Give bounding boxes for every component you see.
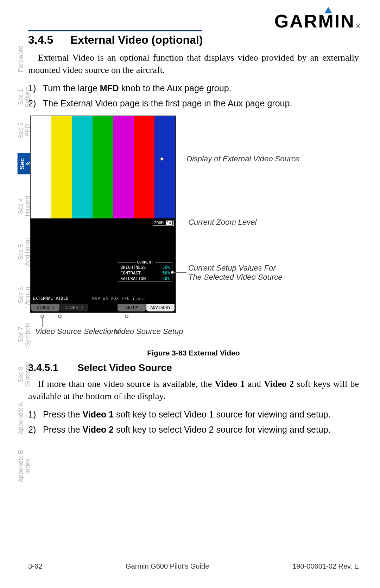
section-title-text: External Video (optional): [70, 33, 203, 46]
subsection-title: Select Video Source: [77, 362, 172, 373]
subsection-number: 3.4.5.1: [28, 362, 77, 373]
screen-page-title: EXTERNAL VIDEO: [33, 296, 68, 301]
subsection-intro: If more than one video source is availab…: [28, 378, 359, 402]
footer-revision: 190-00601-02 Rev. E: [292, 562, 359, 570]
garmin-delta-icon: [324, 7, 332, 13]
saturation-label: SATURATION: [120, 276, 146, 281]
sub-step-1: 1)Press the Video 1 soft key to select V…: [28, 409, 359, 420]
footer-doc-title: Garmin G600 Pilot's Guide: [126, 562, 209, 570]
subsection-heading: 3.4.5.1Select Video Source: [28, 362, 359, 373]
sidebar-appendix-a: Appendix A: [18, 402, 24, 435]
color-bar-magenta: [113, 116, 134, 218]
main-content: 3.4.5External Video (optional) External …: [28, 33, 359, 442]
callout-setup-values: Current Setup Values ForThe Selected Vid…: [188, 264, 282, 282]
callout-dot-icon: [125, 315, 128, 318]
softkey-video2[interactable]: VIDEO 2: [60, 304, 88, 311]
color-bar-blue: [154, 116, 175, 218]
callout-dot-icon: [40, 315, 44, 318]
saturation-value: 50%: [162, 276, 170, 281]
callout-line: [174, 272, 186, 273]
page-footer: 3-62 Garmin G600 Pilot's Guide 190-00601…: [28, 562, 359, 570]
color-bar-red: [134, 116, 155, 218]
garmin-logo: GARMIN ®: [274, 11, 360, 32]
color-bars: [31, 116, 175, 218]
softkey-advisory[interactable]: ADVISORY: [146, 304, 175, 311]
color-bar-white: [31, 116, 51, 218]
callout-line: [164, 159, 185, 159]
sidebar-foreword: Foreword: [18, 46, 24, 72]
current-setup-box: CURRENT BRIGHTNESS50% CONTRAST50% SATURA…: [118, 262, 172, 282]
sidebar-section-tabs: Foreword Sec 1System Sec 2PFD Sec 3MFD S…: [18, 46, 28, 497]
section-heading: 3.4.5External Video (optional): [28, 33, 359, 47]
mfd-screen: ZOOM 1x CURRENT BRIGHTNESS50% CONTRAST50…: [30, 116, 176, 313]
callout-zoom-level: Current Zoom Level: [188, 218, 256, 227]
softkey-setup[interactable]: SETUP: [118, 304, 146, 311]
garmin-trademark-dot: ®: [356, 23, 360, 30]
zoom-label: ZOOM: [154, 221, 164, 225]
step-1: 1)Turn the large MFD knob to the Aux pag…: [28, 83, 359, 93]
footer-page-number: 3-62: [28, 562, 42, 570]
callout-line: [42, 318, 43, 327]
section-intro: External Video is an optional function t…: [28, 51, 359, 76]
softkey-empty: [89, 304, 117, 311]
brightness-value: 50%: [162, 265, 170, 270]
softkey-video1[interactable]: VIDEO 1: [31, 304, 59, 311]
page-group-indicator: MAP WX AUX FPL ▮▯▯▯▯: [92, 296, 146, 301]
sidebar-appendix-b: Appendix BIndex: [18, 449, 31, 483]
zoom-indicator: ZOOM 1x: [153, 220, 174, 226]
callout-dot-icon: [58, 315, 62, 318]
brightness-label: BRIGHTNESS: [120, 265, 146, 270]
section-number: 3.4.5: [28, 33, 70, 47]
callout-line: [127, 318, 127, 327]
garmin-logo-text: GARMIN: [274, 11, 355, 32]
callout-line: [176, 222, 186, 222]
softkey-row: VIDEO 1 VIDEO 2 SETUP ADVISORY: [31, 303, 175, 312]
contrast-label: CONTRAST: [120, 271, 141, 276]
figure-external-video: ZOOM 1x CURRENT BRIGHTNESS50% CONTRAST50…: [28, 116, 359, 348]
figure-caption: Figure 3-83 External Video: [28, 349, 359, 357]
callout-video-source-setup: Video Source Setup: [114, 327, 183, 336]
callout-display-source: Display of External Video Source: [186, 154, 299, 163]
contrast-value: 50%: [162, 271, 170, 276]
current-header: CURRENT: [135, 260, 154, 265]
steps-list-2: 1)Press the Video 1 soft key to select V…: [28, 409, 359, 435]
callout-video-source-selections: Video Source Selections: [35, 327, 119, 336]
steps-list-1: 1)Turn the large MFD knob to the Aux pag…: [28, 83, 359, 109]
header-rule: [28, 30, 202, 31]
step-2: 2)The External Video page is the first p…: [28, 98, 359, 109]
zoom-value: 1x: [166, 221, 172, 225]
sub-step-2: 2)Press the Video 2 soft key to select V…: [28, 425, 359, 435]
color-bar-cyan: [72, 116, 93, 218]
callout-line: [60, 318, 60, 327]
color-bar-green: [93, 116, 113, 218]
color-bar-yellow: [51, 116, 72, 218]
